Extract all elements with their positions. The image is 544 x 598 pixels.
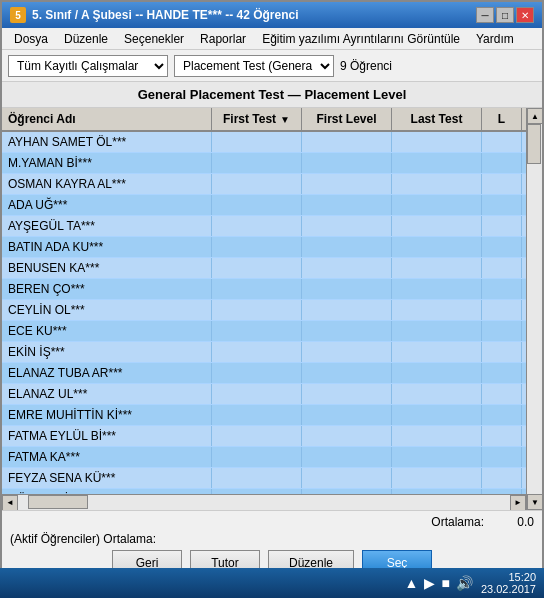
- cell-name: FATMA KA***: [2, 447, 212, 467]
- menu-yardim[interactable]: Yardım: [468, 30, 522, 48]
- cell-l: [482, 363, 522, 383]
- menu-raporlar[interactable]: Raporlar: [192, 30, 254, 48]
- col-header-l: L: [482, 108, 522, 130]
- cell-l: [482, 258, 522, 278]
- taskbar-stop-icon: ■: [441, 575, 449, 591]
- cell-name: ELANAZ UL***: [2, 384, 212, 404]
- close-button[interactable]: ✕: [516, 7, 534, 23]
- cell-name: FEYZA SENA KÜ***: [2, 468, 212, 488]
- student-count-badge: 9 Öğrenci: [340, 59, 392, 73]
- cell-l: [482, 279, 522, 299]
- cell-last-test: [392, 447, 482, 467]
- cell-l: [482, 342, 522, 362]
- cell-l: [482, 174, 522, 194]
- scroll-thumb[interactable]: [28, 495, 88, 509]
- menu-dosya[interactable]: Dosya: [6, 30, 56, 48]
- cell-first-level: [302, 237, 392, 257]
- cell-last-test: [392, 216, 482, 236]
- cell-last-test: [392, 405, 482, 425]
- table-wrapper: Öğrenci Adı First Test ▼ First Level Las…: [2, 108, 542, 510]
- scroll-up-button[interactable]: ▲: [527, 108, 542, 124]
- active-label: (Aktif Öğrenciler) Ortalama:: [10, 532, 494, 546]
- cell-first-level: [302, 300, 392, 320]
- table-row[interactable]: BATIN ADA KU***: [2, 237, 526, 258]
- scroll-left-button[interactable]: ◄: [2, 495, 18, 511]
- title-bar: 5 5. Sınıf / A Şubesi -- HANDE TE*** -- …: [2, 2, 542, 28]
- table-row[interactable]: ADA UĞ***: [2, 195, 526, 216]
- cell-first-test: [212, 216, 302, 236]
- scroll-right-button[interactable]: ►: [510, 495, 526, 511]
- table-row[interactable]: ELANAZ TUBA AR***: [2, 363, 526, 384]
- cell-first-test: [212, 384, 302, 404]
- cell-last-test: [392, 237, 482, 257]
- cell-first-test: [212, 153, 302, 173]
- cell-last-test: [392, 132, 482, 152]
- vertical-scrollbar[interactable]: ▲ ▼: [526, 108, 542, 510]
- cell-first-test: [212, 405, 302, 425]
- test-dropdown[interactable]: Placement Test (General): [174, 55, 334, 77]
- table-row[interactable]: CEYLİN OL***: [2, 300, 526, 321]
- table-row[interactable]: EKİN İŞ***: [2, 342, 526, 363]
- cell-l: [482, 384, 522, 404]
- cell-first-test: [212, 468, 302, 488]
- cell-last-test: [392, 174, 482, 194]
- menu-secenekler[interactable]: Seçenekler: [116, 30, 192, 48]
- taskbar: ▲ ▶ ■ 🔊 15:20 23.02.2017: [0, 568, 544, 598]
- cell-first-level: [302, 342, 392, 362]
- cell-last-test: [392, 384, 482, 404]
- maximize-button[interactable]: □: [496, 7, 514, 23]
- cell-name: AYŞEGÜL TA***: [2, 216, 212, 236]
- v-scroll-thumb[interactable]: [527, 124, 541, 164]
- cell-l: [482, 405, 522, 425]
- v-scroll-track[interactable]: [527, 124, 542, 494]
- col-header-name: Öğrenci Adı: [2, 108, 212, 130]
- cell-last-test: [392, 363, 482, 383]
- horizontal-scrollbar[interactable]: ◄ ►: [2, 494, 526, 510]
- cell-name: AYHAN SAMET ÖL***: [2, 132, 212, 152]
- table-row[interactable]: FATMA EYLÜL Bİ***: [2, 426, 526, 447]
- average-row: Ortalama: 0.0: [10, 515, 534, 529]
- taskbar-speaker-icon: 🔊: [456, 575, 473, 591]
- table-row[interactable]: OSMAN KAYRA AL***: [2, 174, 526, 195]
- table-row[interactable]: M.YAMAN Bİ***: [2, 153, 526, 174]
- scroll-track[interactable]: [18, 495, 510, 510]
- col-header-first-level: First Level: [302, 108, 392, 130]
- cell-first-test: [212, 195, 302, 215]
- table-row[interactable]: BEREN ÇO***: [2, 279, 526, 300]
- table-row[interactable]: ECE KU***: [2, 321, 526, 342]
- table-row[interactable]: EMRE MUHİTTİN Kİ***: [2, 405, 526, 426]
- cell-last-test: [392, 468, 482, 488]
- cell-first-test: [212, 279, 302, 299]
- main-window: 5 5. Sınıf / A Şubesi -- HANDE TE*** -- …: [0, 0, 544, 598]
- table-row[interactable]: AYHAN SAMET ÖL***: [2, 132, 526, 153]
- table-row[interactable]: FATMA KA***: [2, 447, 526, 468]
- filter-dropdown[interactable]: Tüm Kayıtlı Çalışmalar: [8, 55, 168, 77]
- table-row[interactable]: FEYZA SENA KÜ***: [2, 468, 526, 489]
- menu-egitim[interactable]: Eğitim yazılımı Ayrıntılarını Görüntüle: [254, 30, 468, 48]
- cell-l: [482, 132, 522, 152]
- cell-l: [482, 447, 522, 467]
- cell-l: [482, 195, 522, 215]
- cell-first-test: [212, 300, 302, 320]
- cell-last-test: [392, 300, 482, 320]
- cell-last-test: [392, 342, 482, 362]
- cell-first-test: [212, 174, 302, 194]
- menu-duzenle[interactable]: Düzenle: [56, 30, 116, 48]
- table-row[interactable]: AYŞEGÜL TA***: [2, 216, 526, 237]
- cell-name: CEYLİN OL***: [2, 300, 212, 320]
- cell-last-test: [392, 321, 482, 341]
- placement-header: General Placement Test — Placement Level: [2, 82, 542, 108]
- col-header-first-test[interactable]: First Test ▼: [212, 108, 302, 130]
- table-row[interactable]: BENUSEN KA***: [2, 258, 526, 279]
- cell-last-test: [392, 195, 482, 215]
- average-label: Ortalama:: [10, 515, 494, 529]
- minimize-button[interactable]: ─: [476, 7, 494, 23]
- taskbar-arrow-icon: ▲: [405, 575, 419, 591]
- app-icon: 5: [10, 7, 26, 23]
- table-main: Öğrenci Adı First Test ▼ First Level Las…: [2, 108, 526, 510]
- cell-first-test: [212, 426, 302, 446]
- table-row[interactable]: ELANAZ UL***: [2, 384, 526, 405]
- cell-l: [482, 468, 522, 488]
- scroll-down-button[interactable]: ▼: [527, 494, 542, 510]
- active-average-row: (Aktif Öğrenciler) Ortalama:: [10, 532, 534, 546]
